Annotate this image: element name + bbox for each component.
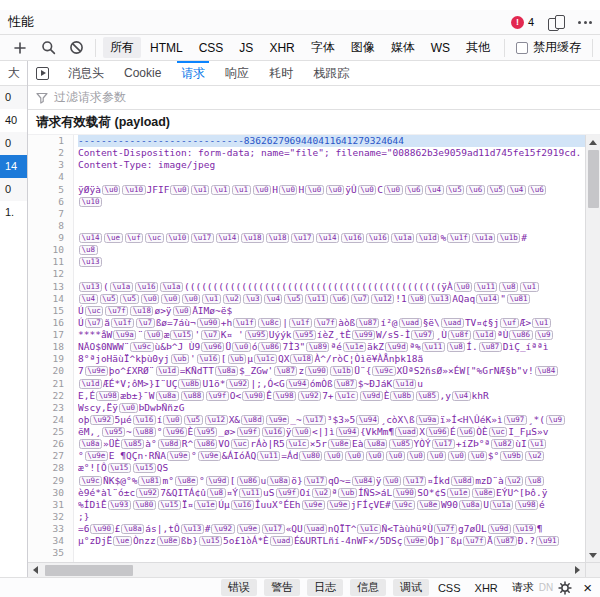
- nonprintable-char-token: \u11: [239, 488, 262, 498]
- payload-code[interactable]: -----------------------------83626279694…: [74, 135, 585, 562]
- block-request-button[interactable]: [64, 38, 88, 58]
- line-number: 18: [28, 341, 64, 353]
- nonprintable-char-token: \u15: [199, 536, 222, 546]
- console-filter-plain[interactable]: 请求: [512, 580, 534, 595]
- filter-pill[interactable]: 所有: [103, 37, 141, 58]
- toggle-request-list-button[interactable]: [36, 67, 49, 80]
- line-number: 35: [28, 547, 64, 559]
- nonprintable-char-token: \u15: [170, 330, 193, 340]
- filter-pill[interactable]: HTML: [143, 39, 190, 57]
- filter-pill[interactable]: WS: [424, 39, 457, 57]
- nonprintable-char-token: \u18: [290, 354, 313, 364]
- horizontal-scrollbar[interactable]: [28, 562, 600, 577]
- nonprintable-char-token: \u8a: [215, 366, 238, 376]
- request-row[interactable]: 0: [0, 178, 27, 201]
- nonprintable-char-token: \u0: [427, 451, 446, 461]
- console-filter-plain[interactable]: CSS: [438, 582, 461, 594]
- nonprintable-char-token: \u5: [446, 185, 465, 195]
- nonprintable-char-token: \u9e: [167, 451, 190, 461]
- request-row[interactable]: 14: [0, 155, 27, 178]
- nonprintable-char-token: \u8: [525, 476, 544, 486]
- scroll-left-button[interactable]: [28, 563, 43, 577]
- console-filter-plain[interactable]: XHR: [475, 582, 498, 594]
- filter-pill[interactable]: 图像: [344, 37, 382, 58]
- filter-pill[interactable]: 字体: [304, 37, 342, 58]
- nonprintable-char-token: \u8: [447, 342, 466, 352]
- params-filter-row[interactable]: 过滤请求参数: [28, 86, 600, 110]
- disable-cache-toggle[interactable]: 禁用缓存: [512, 39, 585, 56]
- nonprintable-char-token: \u98: [96, 391, 119, 401]
- nonprintable-char-token: \u0: [386, 451, 405, 461]
- nonprintable-char-token: \u96: [201, 342, 224, 352]
- filter-pill[interactable]: 其他: [459, 37, 497, 58]
- nonprintable-char-token: \u0: [468, 451, 487, 461]
- arrow-right-icon: [575, 566, 580, 574]
- nonprintable-char-token: \u0: [324, 451, 343, 461]
- menu-icon[interactable]: [578, 17, 592, 28]
- disable-cache-checkbox[interactable]: [516, 42, 528, 54]
- vertical-scroll-thumb[interactable]: [588, 150, 599, 208]
- search-button[interactable]: [36, 38, 60, 58]
- payload-line: =6\u90£\u8aás|,tÔ\u13#\u92\u9e\u17«QU\ua…: [78, 523, 585, 535]
- top-strip: [0, 0, 600, 10]
- nonprintable-char-token: \u9d: [385, 342, 408, 352]
- responsive-design-mode-icon[interactable]: [548, 15, 564, 30]
- nonprintable-char-token: \u6: [466, 185, 485, 195]
- block-icon: [69, 40, 84, 55]
- vertical-scrollbar[interactable]: [585, 135, 600, 562]
- panel-title: 性能: [8, 13, 34, 31]
- nonprintable-char-token: \u9: [535, 330, 554, 340]
- console-filter-toggle[interactable]: 警告: [264, 579, 300, 596]
- filter-pill[interactable]: 媒体: [384, 37, 422, 58]
- payload-line: Ú\uc\u7f\u18ø>ÿ\u0ÃIMø~ë$: [78, 305, 585, 317]
- filter-pill[interactable]: CSS: [192, 39, 231, 57]
- nonprintable-char-token: \u17: [304, 476, 327, 486]
- payload-line: æ°![Ô\u15\u15QS: [78, 462, 585, 474]
- horizontal-scroll-thumb[interactable]: [45, 565, 133, 576]
- detail-tab[interactable]: 耗时: [259, 61, 303, 85]
- detail-tab[interactable]: 请求: [171, 61, 215, 85]
- nonprintable-char-token: \u7f: [105, 306, 128, 316]
- console-filter-toggle[interactable]: 信息: [350, 579, 386, 596]
- nonprintable-char-token: \u9d: [488, 524, 511, 534]
- filter-pill[interactable]: JS: [232, 39, 260, 57]
- console-error-badge[interactable]: ! 4: [511, 16, 534, 29]
- nonprintable-char-token: \ub: [338, 488, 357, 498]
- payload-line: \u14\ue\uf\uc\u10\u17\u14\u18\u18\u17\u1…: [78, 232, 585, 244]
- scroll-down-button[interactable]: [586, 548, 600, 562]
- payload-line: [78, 220, 585, 232]
- separator: [592, 39, 593, 57]
- nonprintable-char-token: \u9c: [392, 500, 415, 510]
- close-console-button[interactable]: ×: [581, 580, 594, 595]
- size-column-header[interactable]: 大: [0, 61, 27, 86]
- nonprintable-char-token: \u92: [90, 415, 113, 425]
- detail-tab[interactable]: 消息头: [58, 61, 114, 85]
- detail-tab[interactable]: 响应: [215, 61, 259, 85]
- nonprintable-char-token: \u1a: [391, 233, 414, 243]
- console-filter-toggle[interactable]: 日志: [307, 579, 343, 596]
- request-row[interactable]: 1.: [0, 201, 27, 224]
- nonprintable-char-token: \u8: [408, 294, 427, 304]
- payload-line: [78, 547, 585, 559]
- line-number: 14: [28, 293, 64, 305]
- console-filter-toggle[interactable]: 错误: [221, 579, 257, 596]
- nonprintable-char-token: \u1f: [111, 318, 134, 328]
- nonprintable-char-token: \u98: [515, 500, 538, 510]
- nonprintable-char-token: \u87: [334, 379, 357, 389]
- request-row[interactable]: 0: [0, 86, 27, 109]
- scroll-up-button[interactable]: [586, 135, 600, 149]
- line-number: 2: [28, 147, 64, 159]
- console-settings-button[interactable]: [556, 578, 574, 597]
- request-row[interactable]: 0: [0, 132, 27, 155]
- detail-tab[interactable]: Cookie: [114, 61, 171, 85]
- request-row[interactable]: 40: [0, 109, 27, 132]
- filter-pill[interactable]: XHR: [262, 39, 301, 57]
- console-filter-toggle[interactable]: 调试: [393, 579, 429, 596]
- detail-tab[interactable]: 栈跟踪: [303, 61, 359, 85]
- scroll-right-button[interactable]: [570, 563, 585, 577]
- nonprintable-char-token: \u16: [262, 427, 285, 437]
- nonprintable-char-token: \u0: [366, 451, 385, 461]
- nonprintable-char-token: \u2: [525, 451, 544, 461]
- nonprintable-char-token: \u8a: [156, 391, 179, 401]
- add-request-button[interactable]: [8, 38, 32, 58]
